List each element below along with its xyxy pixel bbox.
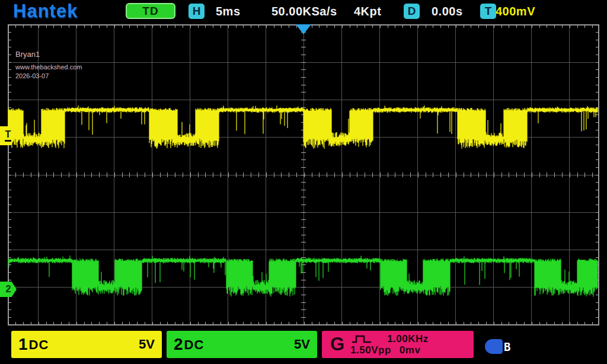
user-annotation: Bryan1 www.thebackshed.com 2026-03-07 — [15, 50, 82, 81]
ch1-coupling: DC — [29, 337, 49, 353]
acquisition-status-badge[interactable]: TD — [126, 3, 175, 19]
trigger-marker-label: T — [5, 130, 11, 139]
generator-frequency: 1.00KHz — [387, 333, 429, 345]
square-wave-icon — [350, 334, 373, 344]
generator-offset: 0mv — [400, 344, 421, 356]
ch2-marker-label: 2 — [6, 284, 11, 295]
ch2-number: 2 — [174, 335, 183, 354]
annotation-website: www.thebackshed.com — [15, 63, 82, 72]
top-status-bar: Hantek TD H 5ms 50.00KSa/s 4Kpt D 0.00s … — [0, 0, 607, 23]
trigger-menu-badge[interactable]: T — [480, 4, 496, 19]
ch2-status-box[interactable]: 2 DC 5V — [167, 331, 317, 358]
usb-icon — [485, 339, 503, 354]
ch1-scale: 5V — [139, 337, 155, 352]
ch1-number: 1 — [18, 335, 28, 354]
brand-logo: Hantek — [13, 1, 78, 22]
trigger-position-marker[interactable] — [296, 24, 311, 34]
generator-label: G — [330, 334, 344, 355]
generator-readouts: 1.00KHz 1.50Vpp 0mv — [350, 333, 429, 356]
usb-device-label: B — [504, 340, 510, 353]
trigger-level-readout: 400mV — [496, 5, 535, 18]
memory-depth-readout: 4Kpt — [354, 5, 381, 18]
waveform-display — [0, 0, 607, 364]
ch2-scale: 5V — [294, 337, 310, 352]
sample-rate-readout: 50.00KSa/s — [271, 5, 337, 18]
annotation-username: Bryan1 — [15, 50, 82, 59]
trigger-marker-underline — [5, 140, 11, 142]
ch1-status-box[interactable]: 1 DC 5V — [11, 331, 162, 358]
generator-amplitude: 1.50Vpp — [350, 344, 391, 356]
generator-status-box[interactable]: G 1.00KHz 1.50Vpp 0mv — [322, 331, 474, 358]
usb-device-indicator: B — [485, 339, 510, 354]
horizontal-offset-readout: 0.00s — [432, 5, 463, 18]
timebase-readout: 5ms — [216, 5, 241, 18]
bottom-status-bar: 1 DC 5V 2 DC 5V G 1.00KHz 1.50Vpp 0mv — [0, 330, 607, 364]
horizontal-menu-badge[interactable]: H — [189, 4, 205, 19]
oscilloscope-screen: Hantek TD H 5ms 50.00KSa/s 4Kpt D 0.00s … — [0, 0, 607, 364]
ch2-coupling: DC — [184, 337, 205, 353]
annotation-date: 2026-03-07 — [15, 72, 82, 81]
delay-menu-badge[interactable]: D — [404, 4, 420, 19]
